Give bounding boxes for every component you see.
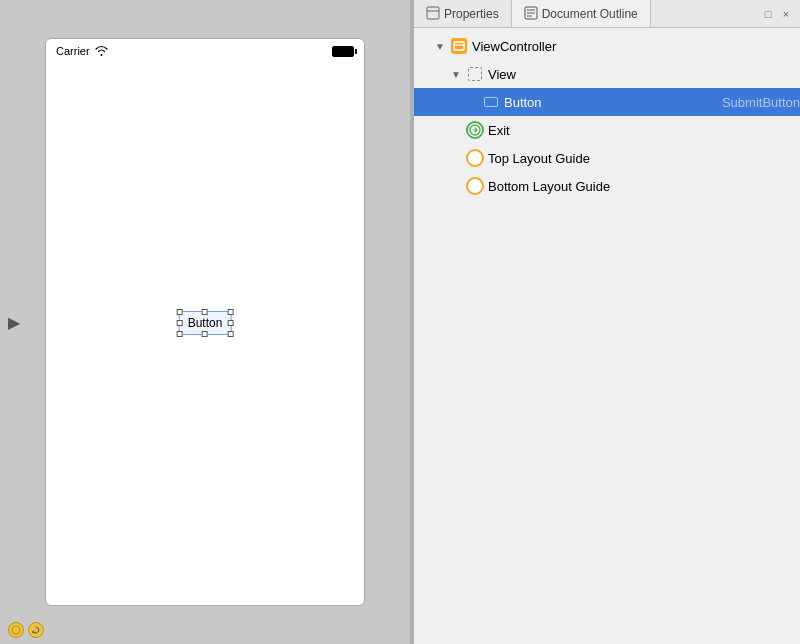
svg-rect-2 (427, 7, 439, 19)
document-outline-tab-label: Document Outline (542, 7, 638, 21)
tree-item-view[interactable]: ▼ View (414, 60, 800, 88)
canvas-bottom-bar (0, 616, 410, 644)
toggle-view: ▼ (450, 69, 462, 80)
handle-br (227, 331, 233, 337)
icon-view (466, 65, 484, 83)
handle-bl (177, 331, 183, 337)
tree-item-top-layout-guide[interactable]: Top Layout Guide (414, 144, 800, 172)
handle-tr (227, 309, 233, 315)
tab-document-outline[interactable]: Document Outline (512, 0, 651, 27)
handle-tc (202, 309, 208, 315)
canvas-arrow: ▶ (8, 313, 20, 332)
outline-tree: ▼ ViewController ▼ View (414, 28, 800, 644)
svg-rect-8 (454, 42, 464, 50)
handle-bc (202, 331, 208, 337)
properties-tab-icon (426, 6, 440, 22)
button-subtitle: SubmitButton (722, 95, 800, 110)
battery-icon (332, 46, 354, 57)
view-label: View (488, 67, 800, 82)
wifi-icon (94, 45, 109, 58)
top-layout-guide-label: Top Layout Guide (488, 151, 800, 166)
button-widget[interactable]: Button (179, 311, 232, 335)
exit-label: Exit (488, 123, 800, 138)
panel-tabs: Properties Document Outline □ × (414, 0, 800, 28)
minimize-button[interactable]: □ (760, 8, 776, 20)
viewcontroller-label: ViewController (472, 39, 800, 54)
handle-tl (177, 309, 183, 315)
icon-exit (466, 121, 484, 139)
canvas-icon-2[interactable] (28, 622, 44, 638)
properties-tab-label: Properties (444, 7, 499, 21)
document-outline-tab-icon (524, 6, 538, 22)
phone-frame: Carrier (45, 38, 365, 606)
tree-item-bottom-layout-guide[interactable]: Bottom Layout Guide (414, 172, 800, 200)
button-widget-label: Button (188, 316, 223, 330)
tab-properties[interactable]: Properties (414, 0, 512, 27)
handle-ml (177, 320, 183, 326)
canvas-icon-1[interactable] (8, 622, 24, 638)
svg-marker-1 (32, 630, 35, 633)
tree-item-viewcontroller[interactable]: ▼ ViewController (414, 32, 800, 60)
icon-button (482, 93, 500, 111)
tree-item-button[interactable]: Button SubmitButton (414, 88, 800, 116)
status-left: Carrier (56, 45, 109, 58)
toggle-viewcontroller: ▼ (434, 41, 446, 52)
right-panel: Properties Document Outline □ × ▼ (414, 0, 800, 644)
status-bar: Carrier (46, 39, 364, 63)
handle-mr (227, 320, 233, 326)
icon-top-layout-guide (466, 149, 484, 167)
tree-item-exit[interactable]: Exit (414, 116, 800, 144)
icon-bottom-layout-guide (466, 177, 484, 195)
window-controls: □ × (760, 8, 800, 20)
carrier-label: Carrier (56, 45, 90, 57)
icon-viewcontroller (450, 37, 468, 55)
button-label: Button (504, 95, 714, 110)
canvas-panel: ▶ Carrier (0, 0, 410, 644)
close-button[interactable]: × (778, 8, 794, 20)
phone-content: Button (46, 63, 364, 605)
bottom-layout-guide-label: Bottom Layout Guide (488, 179, 800, 194)
svg-point-0 (12, 626, 20, 634)
